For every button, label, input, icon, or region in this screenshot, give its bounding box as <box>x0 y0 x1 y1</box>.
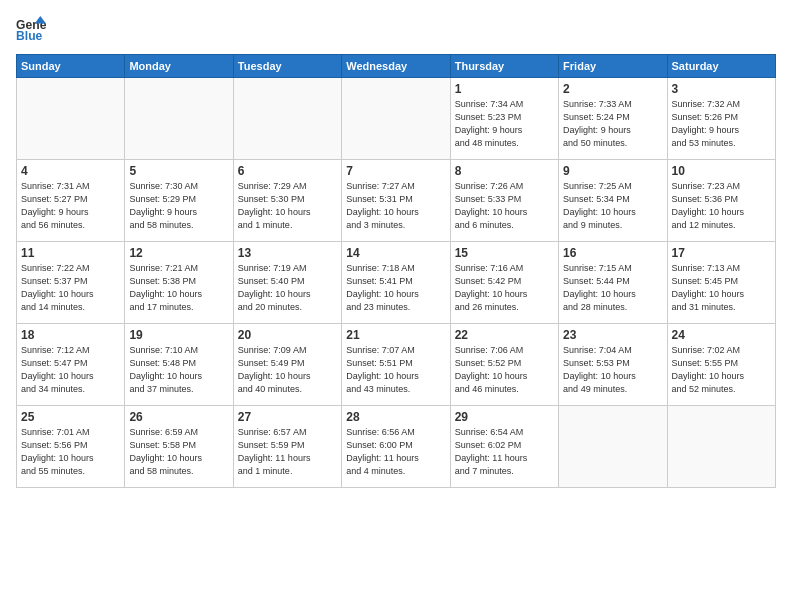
day-number: 3 <box>672 82 771 96</box>
calendar-cell: 17Sunrise: 7:13 AM Sunset: 5:45 PM Dayli… <box>667 242 775 324</box>
day-header-saturday: Saturday <box>667 55 775 78</box>
page: General Blue SundayMondayTuesdayWednesda… <box>0 0 792 612</box>
day-number: 11 <box>21 246 120 260</box>
day-header-thursday: Thursday <box>450 55 558 78</box>
calendar-cell: 27Sunrise: 6:57 AM Sunset: 5:59 PM Dayli… <box>233 406 341 488</box>
day-number: 19 <box>129 328 228 342</box>
calendar-cell: 23Sunrise: 7:04 AM Sunset: 5:53 PM Dayli… <box>559 324 667 406</box>
day-number: 16 <box>563 246 662 260</box>
day-info: Sunrise: 7:30 AM Sunset: 5:29 PM Dayligh… <box>129 180 228 232</box>
day-number: 13 <box>238 246 337 260</box>
day-number: 15 <box>455 246 554 260</box>
day-info: Sunrise: 7:19 AM Sunset: 5:40 PM Dayligh… <box>238 262 337 314</box>
calendar-cell: 3Sunrise: 7:32 AM Sunset: 5:26 PM Daylig… <box>667 78 775 160</box>
calendar-cell: 22Sunrise: 7:06 AM Sunset: 5:52 PM Dayli… <box>450 324 558 406</box>
day-info: Sunrise: 7:02 AM Sunset: 5:55 PM Dayligh… <box>672 344 771 396</box>
day-number: 7 <box>346 164 445 178</box>
day-number: 4 <box>21 164 120 178</box>
day-info: Sunrise: 7:16 AM Sunset: 5:42 PM Dayligh… <box>455 262 554 314</box>
day-header-monday: Monday <box>125 55 233 78</box>
day-header-wednesday: Wednesday <box>342 55 450 78</box>
calendar-cell: 21Sunrise: 7:07 AM Sunset: 5:51 PM Dayli… <box>342 324 450 406</box>
calendar-cell: 9Sunrise: 7:25 AM Sunset: 5:34 PM Daylig… <box>559 160 667 242</box>
calendar-cell <box>667 406 775 488</box>
day-info: Sunrise: 7:29 AM Sunset: 5:30 PM Dayligh… <box>238 180 337 232</box>
day-header-friday: Friday <box>559 55 667 78</box>
day-number: 2 <box>563 82 662 96</box>
calendar-cell: 4Sunrise: 7:31 AM Sunset: 5:27 PM Daylig… <box>17 160 125 242</box>
day-info: Sunrise: 7:15 AM Sunset: 5:44 PM Dayligh… <box>563 262 662 314</box>
logo-icon: General Blue <box>16 16 46 44</box>
day-info: Sunrise: 7:04 AM Sunset: 5:53 PM Dayligh… <box>563 344 662 396</box>
day-info: Sunrise: 7:34 AM Sunset: 5:23 PM Dayligh… <box>455 98 554 150</box>
day-number: 26 <box>129 410 228 424</box>
logo: General Blue <box>16 16 46 44</box>
calendar-cell <box>17 78 125 160</box>
day-number: 10 <box>672 164 771 178</box>
day-info: Sunrise: 7:21 AM Sunset: 5:38 PM Dayligh… <box>129 262 228 314</box>
calendar-cell: 26Sunrise: 6:59 AM Sunset: 5:58 PM Dayli… <box>125 406 233 488</box>
calendar-cell: 1Sunrise: 7:34 AM Sunset: 5:23 PM Daylig… <box>450 78 558 160</box>
day-info: Sunrise: 7:13 AM Sunset: 5:45 PM Dayligh… <box>672 262 771 314</box>
day-info: Sunrise: 7:25 AM Sunset: 5:34 PM Dayligh… <box>563 180 662 232</box>
calendar-cell <box>233 78 341 160</box>
calendar-cell: 6Sunrise: 7:29 AM Sunset: 5:30 PM Daylig… <box>233 160 341 242</box>
day-header-tuesday: Tuesday <box>233 55 341 78</box>
calendar-cell: 13Sunrise: 7:19 AM Sunset: 5:40 PM Dayli… <box>233 242 341 324</box>
header: General Blue <box>16 16 776 44</box>
day-info: Sunrise: 7:10 AM Sunset: 5:48 PM Dayligh… <box>129 344 228 396</box>
day-info: Sunrise: 7:09 AM Sunset: 5:49 PM Dayligh… <box>238 344 337 396</box>
day-number: 28 <box>346 410 445 424</box>
calendar: SundayMondayTuesdayWednesdayThursdayFrid… <box>16 54 776 488</box>
day-info: Sunrise: 7:23 AM Sunset: 5:36 PM Dayligh… <box>672 180 771 232</box>
day-number: 17 <box>672 246 771 260</box>
calendar-cell <box>559 406 667 488</box>
calendar-cell: 18Sunrise: 7:12 AM Sunset: 5:47 PM Dayli… <box>17 324 125 406</box>
week-row-1: 4Sunrise: 7:31 AM Sunset: 5:27 PM Daylig… <box>17 160 776 242</box>
day-info: Sunrise: 7:26 AM Sunset: 5:33 PM Dayligh… <box>455 180 554 232</box>
day-number: 18 <box>21 328 120 342</box>
calendar-cell: 8Sunrise: 7:26 AM Sunset: 5:33 PM Daylig… <box>450 160 558 242</box>
calendar-body: 1Sunrise: 7:34 AM Sunset: 5:23 PM Daylig… <box>17 78 776 488</box>
calendar-cell: 14Sunrise: 7:18 AM Sunset: 5:41 PM Dayli… <box>342 242 450 324</box>
calendar-cell: 28Sunrise: 6:56 AM Sunset: 6:00 PM Dayli… <box>342 406 450 488</box>
day-info: Sunrise: 7:01 AM Sunset: 5:56 PM Dayligh… <box>21 426 120 478</box>
calendar-cell: 5Sunrise: 7:30 AM Sunset: 5:29 PM Daylig… <box>125 160 233 242</box>
day-number: 5 <box>129 164 228 178</box>
day-number: 29 <box>455 410 554 424</box>
calendar-cell: 19Sunrise: 7:10 AM Sunset: 5:48 PM Dayli… <box>125 324 233 406</box>
day-info: Sunrise: 7:27 AM Sunset: 5:31 PM Dayligh… <box>346 180 445 232</box>
week-row-0: 1Sunrise: 7:34 AM Sunset: 5:23 PM Daylig… <box>17 78 776 160</box>
day-info: Sunrise: 7:07 AM Sunset: 5:51 PM Dayligh… <box>346 344 445 396</box>
calendar-cell: 24Sunrise: 7:02 AM Sunset: 5:55 PM Dayli… <box>667 324 775 406</box>
day-info: Sunrise: 6:56 AM Sunset: 6:00 PM Dayligh… <box>346 426 445 478</box>
day-info: Sunrise: 7:31 AM Sunset: 5:27 PM Dayligh… <box>21 180 120 232</box>
calendar-cell: 16Sunrise: 7:15 AM Sunset: 5:44 PM Dayli… <box>559 242 667 324</box>
week-row-4: 25Sunrise: 7:01 AM Sunset: 5:56 PM Dayli… <box>17 406 776 488</box>
day-number: 9 <box>563 164 662 178</box>
calendar-cell <box>125 78 233 160</box>
day-info: Sunrise: 6:54 AM Sunset: 6:02 PM Dayligh… <box>455 426 554 478</box>
calendar-cell: 29Sunrise: 6:54 AM Sunset: 6:02 PM Dayli… <box>450 406 558 488</box>
day-info: Sunrise: 7:32 AM Sunset: 5:26 PM Dayligh… <box>672 98 771 150</box>
calendar-cell: 20Sunrise: 7:09 AM Sunset: 5:49 PM Dayli… <box>233 324 341 406</box>
day-number: 20 <box>238 328 337 342</box>
day-number: 8 <box>455 164 554 178</box>
calendar-header-row: SundayMondayTuesdayWednesdayThursdayFrid… <box>17 55 776 78</box>
day-number: 21 <box>346 328 445 342</box>
day-number: 27 <box>238 410 337 424</box>
day-number: 23 <box>563 328 662 342</box>
calendar-cell: 10Sunrise: 7:23 AM Sunset: 5:36 PM Dayli… <box>667 160 775 242</box>
calendar-cell: 12Sunrise: 7:21 AM Sunset: 5:38 PM Dayli… <box>125 242 233 324</box>
calendar-cell: 15Sunrise: 7:16 AM Sunset: 5:42 PM Dayli… <box>450 242 558 324</box>
day-header-sunday: Sunday <box>17 55 125 78</box>
calendar-cell: 7Sunrise: 7:27 AM Sunset: 5:31 PM Daylig… <box>342 160 450 242</box>
week-row-3: 18Sunrise: 7:12 AM Sunset: 5:47 PM Dayli… <box>17 324 776 406</box>
day-info: Sunrise: 7:22 AM Sunset: 5:37 PM Dayligh… <box>21 262 120 314</box>
day-number: 12 <box>129 246 228 260</box>
calendar-cell <box>342 78 450 160</box>
day-info: Sunrise: 7:18 AM Sunset: 5:41 PM Dayligh… <box>346 262 445 314</box>
day-info: Sunrise: 7:33 AM Sunset: 5:24 PM Dayligh… <box>563 98 662 150</box>
calendar-cell: 25Sunrise: 7:01 AM Sunset: 5:56 PM Dayli… <box>17 406 125 488</box>
day-info: Sunrise: 6:57 AM Sunset: 5:59 PM Dayligh… <box>238 426 337 478</box>
